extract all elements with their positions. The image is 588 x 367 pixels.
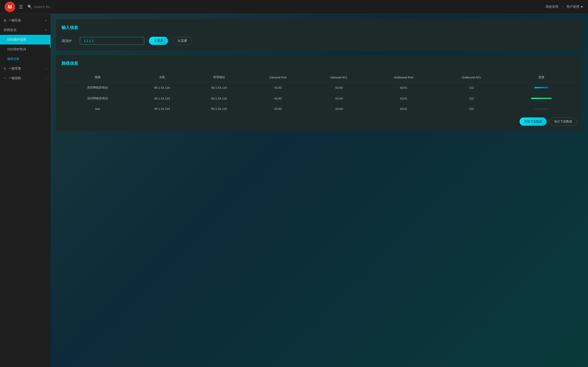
sidebar-item-operation-log[interactable]: 操作记录	[0, 54, 51, 64]
exec-data-button[interactable]: 执行下发数据	[549, 117, 577, 126]
topnav-right: 系统管理 | 用户管理 ▼	[545, 5, 584, 9]
ip-input-field[interactable]	[80, 37, 144, 45]
table-row: 深圳网银新电信 99.1.54.134 99.1.54.134 91/40 91…	[61, 93, 577, 104]
cell-inbound-port: 91/40	[248, 104, 309, 114]
cell-host: 99.1.54.134	[134, 82, 191, 93]
col-line: 线路	[61, 73, 134, 82]
sidebar-item-label: 操作记录	[7, 57, 19, 61]
fetch-data-button[interactable]: 获取下发数据	[519, 117, 547, 126]
sidebar-arrow-emergency: ∨	[45, 19, 47, 22]
main-layout: ⊞ 一键应急 ∨ 拒绝攻击 ∨ DDO防护启用 DDO防护取消 操作记录	[0, 14, 588, 367]
col-outbound-acl: Outbound ACL	[438, 73, 506, 82]
sidebar-item-one-change[interactable]: ↻ 一键变更 ‹	[0, 64, 51, 73]
cell-line: test	[61, 104, 134, 114]
route-info-card: 路线信息 线路 主机 管理地址 Inbound Port Inbound ACL…	[56, 55, 582, 131]
col-manage-addr: 管理地址	[191, 73, 248, 82]
sidebar-item-label: 一键变更	[8, 67, 21, 71]
outflow-button[interactable]: 出流量	[173, 37, 192, 45]
sidebar-item-ddos[interactable]: 拒绝攻击 ∨	[0, 25, 51, 35]
input-info-card: 输入信息 清洗IP 入流量 出流量	[56, 19, 582, 50]
table-row: test 99.1.54.134 99.1.54.134 91/40 91/40…	[61, 104, 577, 114]
table-row: 深圳网银新电信 99.1.54.134 99.1.54.134 91/40 91…	[61, 82, 577, 93]
col-inbound-port: Inbound Port	[248, 73, 309, 82]
input-row: 清洗IP 入流量 出流量	[61, 37, 577, 45]
cell-outbound-acl: 102	[438, 93, 506, 104]
search-icon: 🔍	[27, 5, 32, 9]
cell-host: 99.1.54.134	[134, 104, 191, 114]
search-input[interactable]	[34, 5, 80, 9]
sidebar-item-emergency[interactable]: ⊞ 一键应急 ∨	[0, 16, 51, 25]
main-content: 输入信息 清洗IP 入流量 出流量 路线信息 线路 主机 管理地址 Inboun…	[51, 14, 588, 367]
active-sidebar-indicator	[50, 37, 51, 48]
inflow-button[interactable]: 入流量	[149, 37, 168, 45]
sidebar-arrow-ddos: ∨	[45, 28, 47, 32]
sidebar-arrow-patrol: ‹	[46, 77, 47, 80]
col-host: 主机	[134, 73, 191, 82]
search-area: 🔍	[27, 5, 545, 9]
cell-line: 深圳网银新电信	[61, 93, 134, 104]
sidebar-item-label: 一键应急	[8, 18, 21, 23]
sidebar-item-label: DDO防护启用	[7, 38, 26, 42]
route-table: 线路 主机 管理地址 Inbound Port Inbound ACL Outb…	[61, 73, 577, 114]
top-navigation: M ☰ 🔍 系统管理 | 用户管理 ▼	[0, 0, 588, 14]
sys-manage-link[interactable]: 系统管理	[545, 5, 558, 9]
col-progress: 进度	[506, 73, 577, 82]
cell-progress	[506, 104, 577, 114]
col-inbound-acl: Inbound ACL	[309, 73, 370, 82]
cell-progress	[506, 93, 577, 104]
cell-outbound-acl: 102	[438, 104, 506, 114]
sidebar-item-label: 一键巡检	[8, 76, 21, 80]
cell-inbound-acl: 91/40	[309, 104, 370, 114]
dropdown-arrow-icon: ▼	[580, 5, 583, 9]
cell-inbound-acl: 91/40	[309, 82, 370, 93]
change-icon: ↻	[4, 67, 6, 70]
cell-manage-addr: 99.1.54.134	[191, 93, 248, 104]
cell-outbound-acl: 102	[438, 82, 506, 93]
sidebar-item-ddo-cancel[interactable]: DDO防护取消	[0, 44, 51, 54]
cell-progress	[506, 82, 577, 93]
cell-inbound-acl: 91/40	[309, 93, 370, 104]
route-info-title: 路线信息	[61, 60, 577, 68]
cell-inbound-port: 91/40	[248, 93, 309, 104]
cell-host: 99.1.54.134	[134, 93, 191, 104]
sidebar-item-ddo-enable[interactable]: DDO防护启用	[0, 35, 51, 44]
cell-outbound-port: 91/41	[370, 104, 438, 114]
input-info-title: 输入信息	[61, 25, 577, 32]
cell-outbound-port: 91/41	[370, 93, 438, 104]
table-actions: 获取下发数据 执行下发数据	[61, 117, 577, 126]
sidebar: ⊞ 一键应急 ∨ 拒绝攻击 ∨ DDO防护启用 DDO防护取消 操作记录	[0, 14, 51, 367]
wash-ip-label: 清洗IP	[61, 39, 75, 43]
sidebar-arrow-change: ‹	[46, 67, 47, 70]
cell-line: 深圳网银新电信	[61, 82, 134, 93]
emergency-icon: ⊞	[4, 19, 6, 22]
sidebar-item-label: DDO防护取消	[7, 47, 26, 51]
user-manage-dropdown[interactable]: 用户管理 ▼	[566, 5, 583, 9]
cell-inbound-port: 91/40	[248, 82, 309, 93]
col-outbound-port: Outbound Port	[370, 73, 438, 82]
sidebar-item-one-patrol[interactable]: ⤷ 一键巡检 ‹	[0, 73, 51, 83]
logo: M	[5, 2, 15, 12]
hamburger-menu[interactable]: ☰	[19, 4, 23, 10]
topnav-divider: |	[562, 5, 563, 9]
cell-outbound-port: 91/41	[370, 82, 438, 93]
cell-manage-addr: 99.1.54.134	[191, 104, 248, 114]
patrol-icon: ⤷	[4, 76, 6, 80]
cell-manage-addr: 99.1.54.134	[191, 82, 248, 93]
sidebar-item-label: 拒绝攻击	[4, 28, 17, 32]
